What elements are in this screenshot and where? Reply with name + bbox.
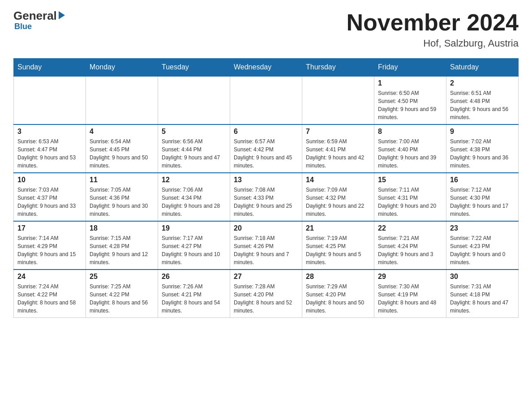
calendar-cell: 20Sunrise: 7:18 AMSunset: 4:26 PMDayligh… (230, 221, 302, 270)
page-header: General Blue November 2024 Hof, Salzburg… (13, 9, 519, 49)
day-info: Sunrise: 7:19 AMSunset: 4:25 PMDaylight:… (306, 234, 370, 266)
day-number: 22 (378, 224, 442, 232)
day-info: Sunrise: 7:05 AMSunset: 4:36 PMDaylight:… (90, 186, 154, 218)
day-number: 3 (17, 128, 82, 136)
day-info: Sunrise: 7:28 AMSunset: 4:20 PMDaylight:… (234, 283, 298, 315)
logo-blue: Blue (14, 22, 32, 31)
calendar-cell (302, 76, 374, 124)
title-area: November 2024 Hof, Salzburg, Austria (347, 9, 519, 49)
calendar-cell (230, 76, 302, 124)
calendar-cell: 10Sunrise: 7:03 AMSunset: 4:37 PMDayligh… (14, 173, 86, 221)
day-number: 24 (17, 273, 82, 281)
calendar-cell: 14Sunrise: 7:09 AMSunset: 4:32 PMDayligh… (302, 173, 374, 221)
calendar-cell: 9Sunrise: 7:02 AMSunset: 4:38 PMDaylight… (446, 124, 519, 173)
calendar-cell: 1Sunrise: 6:50 AMSunset: 4:50 PMDaylight… (374, 76, 446, 124)
weekday-header: Thursday (302, 59, 374, 77)
day-number: 1 (378, 79, 442, 87)
day-info: Sunrise: 7:25 AMSunset: 4:22 PMDaylight:… (90, 283, 154, 315)
weekday-header: Friday (374, 59, 446, 77)
day-number: 23 (450, 224, 515, 232)
calendar-cell: 30Sunrise: 7:31 AMSunset: 4:18 PMDayligh… (446, 270, 519, 318)
calendar-cell: 7Sunrise: 6:59 AMSunset: 4:41 PMDaylight… (302, 124, 374, 173)
calendar-week-row: 10Sunrise: 7:03 AMSunset: 4:37 PMDayligh… (14, 173, 519, 221)
calendar-cell: 4Sunrise: 6:54 AMSunset: 4:45 PMDaylight… (86, 124, 158, 173)
calendar-cell: 5Sunrise: 6:56 AMSunset: 4:44 PMDaylight… (158, 124, 230, 173)
day-number: 2 (450, 79, 515, 87)
day-number: 10 (17, 176, 82, 184)
day-info: Sunrise: 6:57 AMSunset: 4:42 PMDaylight:… (234, 137, 298, 170)
calendar-week-row: 24Sunrise: 7:24 AMSunset: 4:22 PMDayligh… (14, 270, 519, 318)
calendar-week-row: 17Sunrise: 7:14 AMSunset: 4:29 PMDayligh… (14, 221, 519, 270)
day-number: 25 (90, 273, 154, 281)
calendar-title: November 2024 (347, 9, 519, 36)
calendar-cell: 2Sunrise: 6:51 AMSunset: 4:48 PMDaylight… (446, 76, 519, 124)
day-info: Sunrise: 7:02 AMSunset: 4:38 PMDaylight:… (450, 137, 515, 170)
day-info: Sunrise: 7:17 AMSunset: 4:27 PMDaylight:… (162, 234, 226, 266)
calendar-subtitle: Hof, Salzburg, Austria (347, 38, 519, 49)
calendar-cell: 23Sunrise: 7:22 AMSunset: 4:23 PMDayligh… (446, 221, 519, 270)
day-info: Sunrise: 6:51 AMSunset: 4:48 PMDaylight:… (450, 89, 515, 121)
day-info: Sunrise: 7:24 AMSunset: 4:22 PMDaylight:… (17, 283, 82, 315)
day-info: Sunrise: 7:11 AMSunset: 4:31 PMDaylight:… (378, 186, 442, 218)
day-number: 29 (378, 273, 442, 281)
logo-general: General (13, 9, 57, 23)
calendar-cell: 29Sunrise: 7:30 AMSunset: 4:19 PMDayligh… (374, 270, 446, 318)
calendar-cell: 11Sunrise: 7:05 AMSunset: 4:36 PMDayligh… (86, 173, 158, 221)
calendar-cell: 24Sunrise: 7:24 AMSunset: 4:22 PMDayligh… (14, 270, 86, 318)
calendar-cell (86, 76, 158, 124)
day-info: Sunrise: 7:06 AMSunset: 4:34 PMDaylight:… (162, 186, 226, 218)
day-info: Sunrise: 7:31 AMSunset: 4:18 PMDaylight:… (450, 283, 515, 315)
day-info: Sunrise: 6:59 AMSunset: 4:41 PMDaylight:… (306, 137, 370, 170)
weekday-header-row: SundayMondayTuesdayWednesdayThursdayFrid… (14, 59, 519, 77)
day-number: 20 (234, 224, 298, 232)
day-number: 28 (306, 273, 370, 281)
day-number: 6 (234, 128, 298, 136)
day-info: Sunrise: 6:53 AMSunset: 4:47 PMDaylight:… (17, 137, 82, 170)
day-number: 14 (306, 176, 370, 184)
day-info: Sunrise: 7:26 AMSunset: 4:21 PMDaylight:… (162, 283, 226, 315)
calendar-cell: 16Sunrise: 7:12 AMSunset: 4:30 PMDayligh… (446, 173, 519, 221)
calendar-cell: 12Sunrise: 7:06 AMSunset: 4:34 PMDayligh… (158, 173, 230, 221)
logo-arrow-icon (59, 11, 65, 19)
logo-text: General (13, 9, 65, 23)
day-number: 11 (90, 176, 154, 184)
day-info: Sunrise: 7:15 AMSunset: 4:28 PMDaylight:… (90, 234, 154, 266)
calendar-cell: 13Sunrise: 7:08 AMSunset: 4:33 PMDayligh… (230, 173, 302, 221)
day-number: 26 (162, 273, 226, 281)
weekday-header: Saturday (446, 59, 519, 77)
weekday-header: Monday (86, 59, 158, 77)
day-number: 17 (17, 224, 82, 232)
logo: General Blue (13, 9, 65, 31)
day-info: Sunrise: 7:30 AMSunset: 4:19 PMDaylight:… (378, 283, 442, 315)
day-number: 8 (378, 128, 442, 136)
day-info: Sunrise: 6:50 AMSunset: 4:50 PMDaylight:… (378, 89, 442, 121)
calendar-cell: 19Sunrise: 7:17 AMSunset: 4:27 PMDayligh… (158, 221, 230, 270)
day-info: Sunrise: 7:12 AMSunset: 4:30 PMDaylight:… (450, 186, 515, 218)
day-number: 12 (162, 176, 226, 184)
calendar-cell: 22Sunrise: 7:21 AMSunset: 4:24 PMDayligh… (374, 221, 446, 270)
day-info: Sunrise: 7:00 AMSunset: 4:40 PMDaylight:… (378, 137, 442, 170)
calendar-table: SundayMondayTuesdayWednesdayThursdayFrid… (13, 58, 519, 318)
day-info: Sunrise: 7:09 AMSunset: 4:32 PMDaylight:… (306, 186, 370, 218)
day-number: 15 (378, 176, 442, 184)
day-number: 5 (162, 128, 226, 136)
day-number: 18 (90, 224, 154, 232)
calendar-cell: 8Sunrise: 7:00 AMSunset: 4:40 PMDaylight… (374, 124, 446, 173)
day-info: Sunrise: 7:21 AMSunset: 4:24 PMDaylight:… (378, 234, 442, 266)
day-info: Sunrise: 7:03 AMSunset: 4:37 PMDaylight:… (17, 186, 82, 218)
weekday-header: Tuesday (158, 59, 230, 77)
weekday-header: Sunday (14, 59, 86, 77)
day-number: 9 (450, 128, 515, 136)
day-number: 13 (234, 176, 298, 184)
day-number: 30 (450, 273, 515, 281)
day-number: 4 (90, 128, 154, 136)
calendar-cell: 27Sunrise: 7:28 AMSunset: 4:20 PMDayligh… (230, 270, 302, 318)
weekday-header: Wednesday (230, 59, 302, 77)
calendar-cell: 15Sunrise: 7:11 AMSunset: 4:31 PMDayligh… (374, 173, 446, 221)
calendar-week-row: 1Sunrise: 6:50 AMSunset: 4:50 PMDaylight… (14, 76, 519, 124)
day-number: 7 (306, 128, 370, 136)
day-number: 19 (162, 224, 226, 232)
day-info: Sunrise: 7:22 AMSunset: 4:23 PMDaylight:… (450, 234, 515, 266)
calendar-cell: 18Sunrise: 7:15 AMSunset: 4:28 PMDayligh… (86, 221, 158, 270)
day-info: Sunrise: 6:56 AMSunset: 4:44 PMDaylight:… (162, 137, 226, 170)
